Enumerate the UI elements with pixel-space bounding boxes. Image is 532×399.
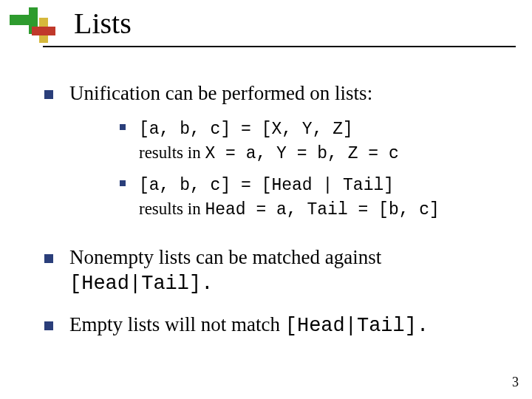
slide-number: 3 [512,375,519,390]
square-bullet-icon [44,254,53,263]
subbullet-2: [a, b, c] = [Head | Tail] results in Hea… [120,173,502,222]
sub2-result-label: results in [139,200,205,218]
logo-icon [10,7,52,41]
bullet-2: Nonempty lists can be matched against [H… [44,245,502,297]
slide-body: Unification can be performed on lists: [… [44,81,502,339]
square-bullet-icon [44,90,53,99]
subbullet-1: [a, b, c] = [X, Y, Z] results in X = a, … [120,117,502,166]
sub2-result-code: Head = a, Tail = [b, c] [205,200,439,219]
sub1-result-code: X = a, Y = b, Z = c [205,144,398,163]
slide: Lists Unification can be performed on li… [0,0,532,399]
bullet-3: Empty lists will not match [Head|Tail]. [44,313,502,339]
sub2-code: [a, b, c] = [Head | Tail] [139,176,394,195]
square-bullet-icon [44,321,53,330]
square-bullet-icon [120,180,126,186]
bullet-1: Unification can be performed on lists: [… [44,81,502,229]
sub1-code: [a, b, c] = [X, Y, Z] [139,120,353,139]
title-underline [43,46,516,47]
slide-title: Lists [74,6,132,41]
bullet-1-text: Unification can be performed on lists: [69,82,372,104]
bullet-3-code: [Head|Tail]. [285,315,429,337]
sub1-result-label: results in [139,143,205,162]
square-bullet-icon [120,124,126,130]
bullet-2-code: [Head|Tail]. [69,273,213,295]
bullet-3-text: Empty lists will not match [69,313,285,335]
bullet-2-text: Nonempty lists can be matched against [69,246,381,268]
